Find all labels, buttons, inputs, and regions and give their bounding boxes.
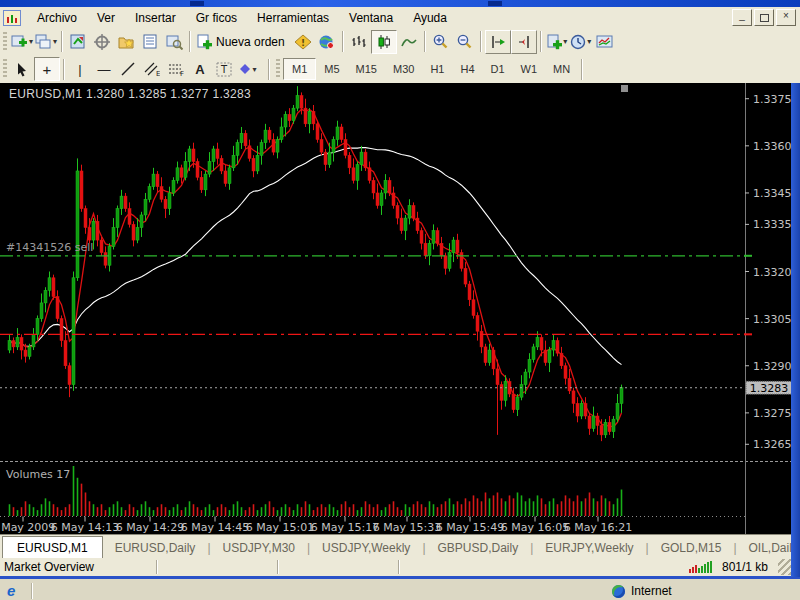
navigator-icon — [94, 34, 110, 50]
chart-window-icon[interactable] — [3, 10, 21, 26]
market-watch-button[interactable] — [66, 31, 90, 53]
new-chart-button[interactable]: ▾ — [10, 31, 34, 53]
clock-icon — [570, 34, 586, 50]
volumes-label: Volumes 17 — [6, 468, 70, 481]
zoom-in-button[interactable] — [429, 31, 453, 53]
tab-gold-m15[interactable]: GOLD,M15 — [649, 538, 734, 559]
metaeditor-button[interactable]: ! — [291, 31, 315, 53]
line-chart-button[interactable] — [397, 31, 421, 53]
templates-button[interactable] — [593, 31, 617, 53]
chart-canvas[interactable]: #14341526 sell1.33751.33601.33451.33351.… — [0, 83, 800, 534]
dropdown-arrow-icon: ▾ — [29, 37, 33, 46]
horizontal-line-button[interactable]: — — [92, 58, 116, 80]
toolbar-separator — [63, 59, 65, 80]
candlestick-chart-button[interactable] — [371, 30, 397, 54]
vertical-line-button[interactable]: | — [68, 58, 92, 80]
close-button[interactable]: × — [776, 9, 796, 26]
minimize-button[interactable]: _ — [732, 9, 752, 26]
price-axis-label: 1.3345 — [753, 187, 792, 200]
toolbar-grip[interactable] — [276, 59, 280, 79]
menu-herramientas[interactable]: Herramientas — [247, 9, 339, 27]
time-axis-label: 6 May 14:13 — [51, 521, 119, 534]
horizontal-line-icon: — — [98, 62, 111, 77]
internet-label: Internet — [631, 584, 672, 598]
indicators-icon — [546, 34, 562, 50]
crosshair-button[interactable]: + — [34, 57, 60, 81]
timeframe-w1[interactable]: W1 — [513, 59, 546, 79]
chart-area[interactable]: EURUSD,M1 1.3280 1.3285 1.3277 1.3283 #1… — [0, 83, 800, 534]
timeframe-h1[interactable]: H1 — [422, 59, 452, 79]
traffic-counter: 801/1 kb — [722, 560, 768, 574]
timeframe-mn[interactable]: MN — [545, 59, 578, 79]
time-axis-label: 6 May 15:17 — [311, 521, 379, 534]
time-axis-label: 6 May 2009 — [0, 521, 55, 534]
zoom-out-button[interactable] — [453, 31, 477, 53]
warning-diamond-icon: ! — [294, 34, 312, 50]
menu-ventana[interactable]: Ventana — [339, 9, 403, 27]
bar-chart-button[interactable] — [347, 31, 371, 53]
text-label-icon: T — [216, 62, 232, 77]
trendline-button[interactable] — [116, 58, 140, 80]
tab-usdjpy-m30[interactable]: USDJPY,M30 — [211, 538, 307, 559]
menu-insertar[interactable]: Insertar — [125, 9, 186, 27]
navigator-button[interactable] — [90, 31, 114, 53]
tab-eurjpy-weekly[interactable]: EURJPY,Weekly — [533, 538, 645, 559]
current-price-box: 1.3283 — [750, 382, 789, 395]
menu-archivo[interactable]: Archivo — [27, 9, 87, 27]
zoom-out-icon — [456, 34, 473, 50]
auto-scroll-button[interactable] — [485, 30, 511, 54]
tab-eurusd-m1[interactable]: EURUSD,M1 — [2, 536, 103, 559]
folder-star-icon — [118, 34, 135, 50]
timeframe-h4[interactable]: H4 — [452, 59, 482, 79]
new-order-button[interactable] — [194, 31, 214, 53]
history-center-button[interactable] — [114, 31, 138, 53]
status-bar: Market Overview 801/1 kb — [0, 558, 800, 576]
tab-usdjpy-weekly[interactable]: USDJPY,Weekly — [310, 538, 422, 559]
svg-text:E: E — [156, 70, 160, 77]
timeframe-d1[interactable]: D1 — [483, 59, 513, 79]
svg-text:!: ! — [301, 37, 305, 47]
timeframe-m5[interactable]: M5 — [316, 59, 347, 79]
terminal-button[interactable] — [138, 31, 162, 53]
text-label-button[interactable]: T — [212, 58, 236, 80]
timeframe-m15[interactable]: M15 — [348, 59, 385, 79]
timeframe-m30[interactable]: M30 — [385, 59, 422, 79]
order-label: #14341526 sell — [6, 241, 93, 254]
fibonacci-button[interactable]: F — [164, 58, 188, 80]
chart-ohlc-title: EURUSD,M1 1.3280 1.3285 1.3277 1.3283 — [9, 87, 251, 101]
menu-ver[interactable]: Ver — [87, 9, 125, 27]
equidistant-channel-button[interactable]: E — [140, 58, 164, 80]
toolbar-separator — [268, 59, 270, 80]
indicators-button[interactable]: ▾ — [545, 31, 569, 53]
tab-gbpusd-daily[interactable]: GBPUSD,Daily — [426, 538, 531, 559]
taskbar-internet-item[interactable]: Internet — [612, 584, 672, 598]
timeframe-m1[interactable]: M1 — [283, 58, 316, 80]
status-cell — [156, 560, 277, 574]
titlebar-decoration — [190, 1, 204, 6]
expert-advisors-button[interactable] — [315, 31, 339, 53]
price-axis-label: 1.3360 — [753, 140, 792, 153]
internet-explorer-icon[interactable]: e — [7, 583, 23, 599]
restore-icon — [760, 14, 769, 22]
restore-button[interactable] — [754, 9, 774, 26]
menu-ayuda[interactable]: Ayuda — [403, 9, 457, 27]
title-bar[interactable] — [0, 0, 800, 7]
profiles-button[interactable]: ▾ — [34, 31, 58, 53]
tab-eurusd-daily[interactable]: EURUSD,Daily — [103, 538, 208, 559]
channel-icon: E — [144, 62, 160, 77]
text-icon: A — [195, 62, 204, 77]
cursor-button[interactable] — [10, 58, 34, 80]
chart-shift-button[interactable] — [511, 30, 537, 54]
toolbar-grip[interactable] — [3, 32, 7, 52]
menu-graficos[interactable]: Gr ficos — [186, 9, 247, 27]
trendline-icon — [121, 62, 135, 76]
price-axis-label: 1.3305 — [753, 313, 792, 326]
new-order-label[interactable]: Nueva orden — [216, 35, 285, 49]
strategy-tester-button[interactable] — [162, 31, 186, 53]
text-button[interactable]: A — [188, 58, 212, 80]
arrows-button[interactable]: ▾ — [236, 58, 260, 80]
toolbar-grip[interactable] — [3, 59, 7, 79]
periods-button[interactable]: ▾ — [569, 31, 593, 53]
toolbar-separator — [424, 31, 426, 52]
time-axis-label: 6 May 16:05 — [501, 521, 569, 534]
